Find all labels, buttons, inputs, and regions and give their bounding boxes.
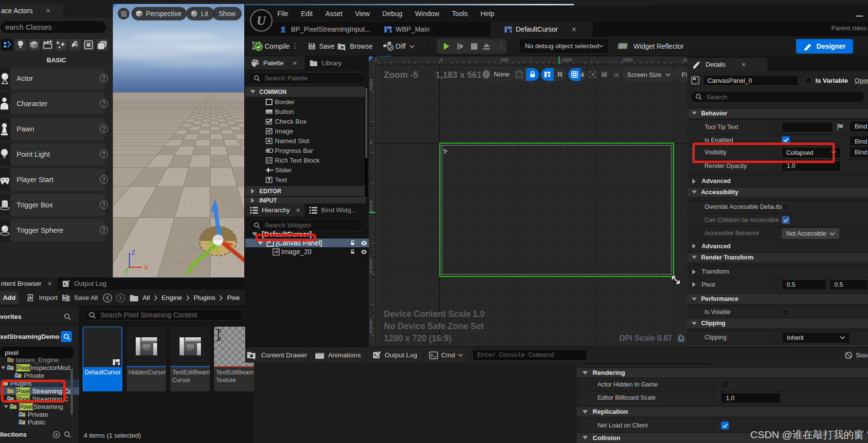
svg-text:C++: C++ (18, 414, 23, 417)
svg-text:C++: C++ (10, 406, 15, 409)
svg-text:U: U (257, 14, 267, 28)
svg-text:X: X (144, 264, 148, 271)
svg-text:Y: Y (124, 270, 127, 276)
svg-text:C++: C++ (18, 422, 23, 425)
svg-text:C++: C++ (7, 367, 12, 370)
svg-text:Z: Z (131, 249, 135, 256)
svg-text:C++: C++ (15, 375, 19, 378)
